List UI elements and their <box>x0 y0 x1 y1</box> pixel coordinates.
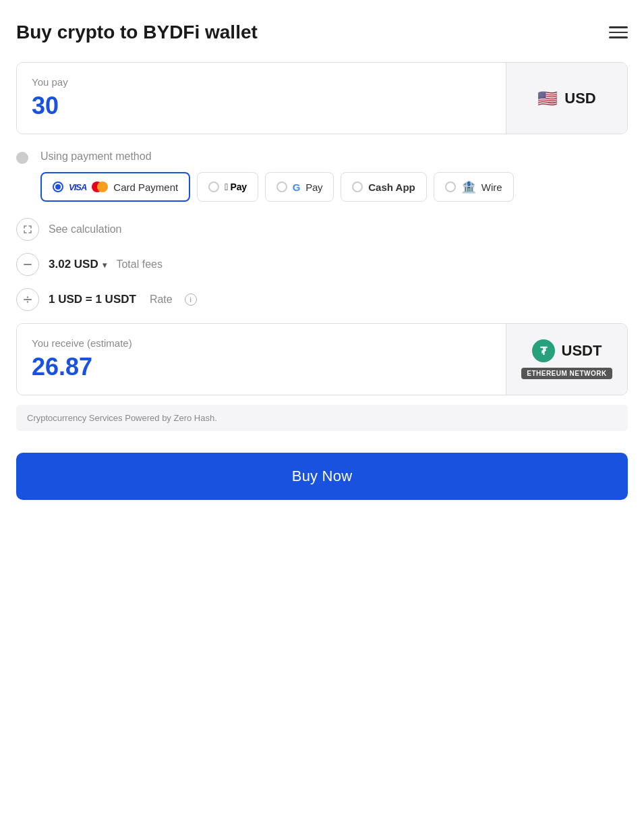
minus-icon <box>16 253 39 276</box>
payment-method-label: Using payment method <box>40 150 628 163</box>
usdt-row: ₮ USDT <box>532 339 602 362</box>
buy-now-button[interactable]: Buy Now <box>16 453 628 500</box>
usdt-icon: ₮ <box>532 339 555 362</box>
radio-applepay <box>208 181 219 192</box>
visa-option-label: Card Payment <box>113 181 178 193</box>
receive-amount-section: You receive (estimate) 26.87 <box>17 324 506 395</box>
rate-info-icon[interactable]: i <box>185 293 197 306</box>
payment-option-wire[interactable]: 🏦 Wire <box>434 172 514 202</box>
fees-dropdown-icon[interactable]: ▾ <box>103 260 107 270</box>
see-calculation-text: See calculation <box>49 223 122 235</box>
total-fees-row[interactable]: 3.02 USD ▾ Total fees <box>16 253 628 276</box>
payment-section: Using payment method VISA Card Payment <box>16 134 628 311</box>
step-row-payment-method: Using payment method VISA Card Payment <box>16 150 628 202</box>
payment-method-content: Using payment method VISA Card Payment <box>40 150 628 202</box>
fees-label-text: Total fees <box>116 258 162 271</box>
pay-amount: 30 <box>32 92 491 120</box>
receive-label: You receive (estimate) <box>32 337 491 349</box>
page-title: Buy crypto to BYDFi wallet <box>16 22 258 43</box>
pay-amount-section: You pay 30 <box>17 63 506 134</box>
payment-option-googlepay[interactable]: GPay <box>265 172 334 202</box>
cashapp-option-label: Cash App <box>368 181 415 193</box>
currency-label: USD <box>564 90 595 107</box>
flag-icon: 🇺🇸 <box>537 89 558 108</box>
svg-point-2 <box>27 296 28 298</box>
network-badge: ETHEREUM NETWORK <box>521 368 612 379</box>
pay-card: You pay 30 🇺🇸 USD <box>16 62 628 134</box>
usdt-label: USDT <box>562 342 602 360</box>
menu-icon[interactable] <box>609 26 628 38</box>
rate-label: Rate <box>150 293 173 306</box>
radio-googlepay <box>276 181 287 192</box>
visa-logo-icon: VISA <box>69 182 86 192</box>
payment-option-visa[interactable]: VISA Card Payment <box>40 172 190 202</box>
payment-methods-grid: VISA Card Payment  Pay <box>40 172 628 202</box>
bank-icon: 🏦 <box>461 179 476 194</box>
receive-amount: 26.87 <box>32 353 491 381</box>
applepay-label-icon:  Pay <box>225 181 246 192</box>
googlepay-label-icon: Pay <box>305 181 322 193</box>
pay-currency-section[interactable]: 🇺🇸 USD <box>506 63 627 134</box>
header: Buy crypto to BYDFi wallet <box>16 22 628 43</box>
radio-visa <box>53 181 63 192</box>
radio-cashapp <box>352 181 363 192</box>
receive-card: You receive (estimate) 26.87 ₮ USDT ETHE… <box>16 323 628 395</box>
powered-by-text: Cryptocurrency Services Powered by Zero … <box>16 405 628 431</box>
wire-option-label: Wire <box>481 181 502 193</box>
payment-option-cashapp[interactable]: Cash App <box>341 172 426 202</box>
mastercard-logo-icon <box>92 181 108 192</box>
divide-icon <box>16 288 39 311</box>
see-calculation-row[interactable]: See calculation <box>16 218 628 241</box>
expand-icon <box>16 218 39 241</box>
g-icon: G <box>293 181 301 193</box>
pay-label: You pay <box>32 76 491 88</box>
receive-currency-section[interactable]: ₮ USDT ETHEREUM NETWORK <box>506 324 627 395</box>
step-dot-payment <box>16 152 28 164</box>
rate-text: 1 USD = 1 USDT <box>49 293 136 306</box>
svg-point-3 <box>27 301 28 302</box>
payment-option-applepay[interactable]:  Pay <box>197 172 258 202</box>
fees-amount-text: 3.02 USD ▾ <box>49 258 107 271</box>
radio-wire <box>445 181 456 192</box>
rate-row: 1 USD = 1 USDT Rate i <box>16 288 628 311</box>
